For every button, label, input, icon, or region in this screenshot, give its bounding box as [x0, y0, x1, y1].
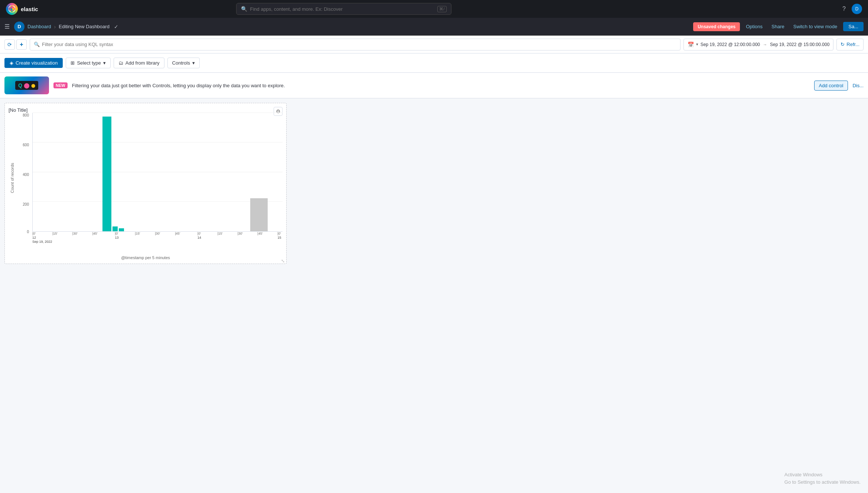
x-group-14-15: |15'	[218, 232, 223, 235]
x-group-12-30: |30'	[72, 232, 78, 235]
controls-preview-image: Q ⬤ ⬤	[4, 76, 49, 94]
breadcrumb-actions: Unsaved changes Options Share Switch to …	[693, 22, 864, 31]
confirm-icon[interactable]: ✓	[114, 24, 118, 30]
create-visualization-button[interactable]: ◈ Create visualization	[4, 58, 63, 68]
chart-x-axis-label: @timestamp per 5 minutes	[9, 255, 283, 260]
unsaved-changes-button[interactable]: Unsaved changes	[693, 22, 740, 31]
add-from-library-button[interactable]: 🗂 Add from library	[114, 58, 164, 68]
help-icon[interactable]: ?	[842, 6, 846, 12]
calendar-icon: 📅	[688, 42, 694, 48]
chart-title: [No Title]	[9, 107, 27, 113]
controls-button[interactable]: Controls ▾	[167, 58, 200, 68]
kql-filter-input[interactable]	[42, 42, 676, 47]
filter-controls: ⟳ +	[4, 39, 27, 50]
share-button[interactable]: Share	[769, 22, 787, 31]
hamburger-icon[interactable]: ☰	[4, 23, 10, 30]
grid-line-400	[33, 172, 283, 172]
x-group-13-0: |0' 13	[115, 232, 118, 239]
controls-label: Controls	[172, 60, 190, 66]
bar-small-green-1	[112, 226, 117, 231]
dismiss-banner-button[interactable]: Dis...	[852, 83, 864, 88]
windows-line2: Go to Settings to activate Windows.	[784, 479, 861, 486]
time-range-picker[interactable]: 📅 ▾ Sep 19, 2022 @ 12:00:00.000 → Sep 19…	[683, 39, 834, 50]
user-icon[interactable]: D	[852, 4, 862, 14]
controls-preview-inner: Q ⬤ ⬤	[15, 81, 38, 90]
controls-banner: Q ⬤ ⬤ NEW Filtering your data just got b…	[0, 73, 868, 98]
create-viz-label: Create visualization	[16, 60, 58, 66]
bar-main-green	[102, 117, 111, 231]
x-date-sep: Sep 19, 2022	[32, 240, 52, 244]
y-axis: 800 600 400 200 0	[17, 113, 30, 232]
refresh-button[interactable]: ↻ Refr...	[836, 39, 864, 50]
x-group-12-15: |15'	[52, 232, 58, 235]
add-control-button[interactable]: Add control	[814, 81, 848, 91]
chart-inner: 800 600 400 200 0	[17, 113, 283, 243]
elastic-logo[interactable]: elastic	[6, 3, 38, 15]
x-date-13: 13	[115, 236, 118, 239]
dashboard-toolbar: ◈ Create visualization ⊞ Select type ▾ 🗂…	[0, 53, 868, 73]
plus-icon: +	[20, 41, 23, 48]
breadcrumb-separator: ›	[54, 24, 56, 30]
chart-visualization: Count of records 800 600 400 200 0	[9, 113, 283, 254]
svg-point-1	[10, 6, 14, 12]
time-to: Sep 19, 2022 @ 15:00:00.000	[770, 42, 829, 47]
x-tick-12-30: |30'	[72, 232, 78, 235]
bar-small-green-2	[119, 228, 124, 231]
y-label-600: 600	[23, 143, 29, 147]
y-label-800: 800	[23, 113, 29, 117]
grid-line-200	[33, 201, 283, 202]
x-group-14-45: |45'	[258, 232, 263, 235]
add-filter-button[interactable]: +	[16, 39, 27, 50]
breadcrumb-dashboard-link[interactable]: Dashboard	[27, 24, 51, 29]
refresh-label: Refr...	[846, 42, 859, 47]
top-navigation: elastic 🔍 ⌘/ ? D	[0, 0, 868, 18]
select-type-button[interactable]: ⊞ Select type ▾	[66, 58, 110, 68]
resize-handle[interactable]: ⤡	[281, 258, 285, 262]
breadcrumb-bar: ☰ D Dashboard › Editing New Dashboard ✓ …	[0, 18, 868, 36]
x-group-14-0: |0' 14	[198, 232, 201, 239]
x-group-14-30: |30'	[238, 232, 243, 235]
x-group-13-30: |30'	[155, 232, 160, 235]
new-badge: NEW	[53, 82, 68, 88]
filter-options-button[interactable]: ⟳	[4, 39, 15, 50]
refresh-icon: ↻	[841, 42, 845, 47]
options-button[interactable]: Options	[743, 22, 766, 31]
chevron-icon: ▾	[696, 42, 698, 47]
x-tick-13-15: |15'	[135, 232, 140, 235]
banner-message: Filtering your data just got better with…	[72, 83, 810, 88]
global-search-input[interactable]	[250, 6, 435, 12]
library-icon: 🗂	[118, 60, 123, 66]
x-date-14: 14	[198, 236, 201, 239]
x-tick-14-0: |0'	[198, 232, 201, 235]
filter-bar: ⟳ + 🔍 📅 ▾ Sep 19, 2022 @ 12:00:00.000 → …	[0, 36, 868, 53]
chart-area	[32, 113, 283, 232]
svg-point-2	[9, 7, 15, 10]
chart-panel: [No Title] ⚙ Count of records 800 600 40…	[4, 103, 287, 264]
save-button[interactable]: Sa...	[843, 22, 864, 31]
x-group-13-45: |45'	[175, 232, 180, 235]
x-tick-14-15: |15'	[218, 232, 223, 235]
time-arrow: →	[763, 42, 767, 47]
windows-watermark: Activate Windows Go to Settings to activ…	[784, 471, 861, 486]
global-search-bar[interactable]: 🔍 ⌘/	[236, 3, 451, 15]
filter-search-icon: 🔍	[34, 42, 40, 47]
search-icon: 🔍	[241, 6, 247, 12]
x-date-15: 15	[278, 236, 281, 239]
elastic-logo-icon	[6, 3, 18, 15]
windows-line1: Activate Windows	[784, 471, 861, 479]
switch-view-mode-button[interactable]: Switch to view mode	[790, 22, 841, 31]
x-date-12: 12	[32, 236, 52, 239]
add-from-library-label: Add from library	[125, 60, 160, 66]
filter-icon: ⟳	[7, 42, 12, 48]
user-avatar: D	[14, 22, 25, 32]
bar-gray	[250, 198, 268, 231]
y-label-400: 400	[23, 173, 29, 177]
y-axis-label: Count of records	[9, 113, 16, 243]
breadcrumb-current-page: Editing New Dashboard	[59, 24, 110, 29]
controls-chevron-icon: ▾	[192, 60, 195, 66]
x-tick-13-45: |45'	[175, 232, 180, 235]
kql-filter-input-wrap[interactable]: 🔍	[30, 39, 681, 50]
x-tick-13-0: |0'	[115, 232, 118, 235]
chevron-down-icon: ▾	[103, 60, 106, 66]
x-tick-12-45: |45'	[92, 232, 98, 235]
